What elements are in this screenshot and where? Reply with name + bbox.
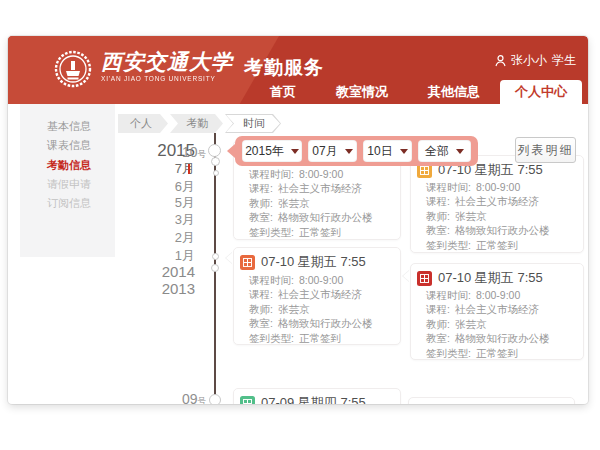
attendance-card[interactable]: 07-10 星期五 7:55 课程时间:8:00-9:00 课程:社会主义市场经…	[233, 247, 401, 345]
rail-year-2013[interactable]: 2013	[162, 281, 195, 297]
attendance-card[interactable]	[408, 397, 575, 404]
rail-month-1[interactable]: 1月	[175, 248, 195, 264]
sidebar-item-attendance-info[interactable]: 考勤信息	[20, 156, 115, 175]
sidebar-item-leave-request[interactable]: 请假申请	[20, 175, 115, 194]
field-label: 签到类型:	[249, 226, 294, 238]
timeline-dot-small	[213, 170, 219, 176]
card-pointer	[403, 270, 410, 282]
event-type-icon	[417, 271, 432, 286]
scope-select[interactable]: 全部	[418, 140, 471, 162]
sidebar-item-subscription-info[interactable]: 订阅信息	[20, 194, 115, 213]
rail-month-2[interactable]: 2月	[175, 230, 195, 246]
day-select[interactable]: 10日	[363, 140, 412, 162]
chevron-down-icon	[345, 149, 353, 154]
year-select[interactable]: 2015年	[242, 140, 302, 162]
field-value: 社会主义市场经济	[278, 182, 362, 194]
card-pointer	[226, 252, 233, 264]
app-window: 西安交通大学 XI'AN JIAO TONG UNIVERSITY 考勤服务 张…	[8, 36, 588, 404]
sidebar-item-basic-info[interactable]: 基本信息	[20, 117, 115, 136]
sidebar: 基本信息 课表信息 考勤信息 请假申请 订阅信息	[20, 104, 115, 257]
field-label: 课程时间:	[249, 168, 294, 180]
current-month-marker	[188, 164, 190, 174]
breadcrumb-timeline[interactable]: 时间轴	[225, 114, 281, 133]
filter-panel-pointer	[227, 144, 235, 158]
field-value: 8:00-9:00	[299, 168, 343, 180]
rail-year-2014[interactable]: 2014	[162, 264, 195, 280]
list-detail-button[interactable]: 列表明细	[515, 137, 576, 163]
chevron-down-icon	[291, 149, 299, 154]
timeline-dot-large	[209, 394, 221, 404]
rail-month-5[interactable]: 5月	[175, 195, 195, 211]
sidebar-item-schedule-info[interactable]: 课表信息	[20, 136, 115, 155]
chevron-down-icon	[400, 149, 408, 154]
breadcrumb-personal-center[interactable]: 个人中心	[118, 114, 168, 133]
rail-month-3[interactable]: 3月	[175, 212, 195, 228]
timeline-dot-small	[211, 264, 219, 272]
field-value: 正常签到	[299, 226, 341, 238]
card-date-title: 07-10 星期五 7:55	[438, 269, 543, 287]
field-label: 教室:	[249, 211, 273, 223]
card-date-title: 07-10 星期五 7:55	[261, 253, 366, 271]
card-date-title: 07-09 星期四 7:55	[261, 394, 366, 404]
day-marker-10: 10号	[146, 143, 206, 161]
attendance-card[interactable]: 07-10 星期五 7:55 课程时间:8:00-9:00 课程:社会主义市场经…	[410, 155, 584, 253]
timeline-dot-large	[208, 144, 221, 157]
field-value: 张芸京	[278, 197, 310, 209]
event-type-icon	[240, 396, 255, 405]
field-label: 教师:	[249, 197, 273, 209]
timeline-dot-medium	[211, 157, 220, 166]
attendance-card[interactable]: 07-09 星期四 7:55	[233, 388, 401, 404]
field-label: 课程:	[249, 182, 273, 194]
breadcrumb-attendance-info[interactable]: 考勤信息	[170, 114, 223, 133]
filter-panel: 2015年 07月 10日 全部	[235, 136, 478, 166]
attendance-card[interactable]: 07-10 星期五 7:55 课程时间:8:00-9:00 课程:社会主义市场经…	[410, 263, 584, 360]
event-type-icon	[240, 255, 255, 270]
day-marker-09: 09号	[146, 390, 206, 404]
chevron-down-icon	[456, 149, 464, 154]
field-value: 格物致知行政办公楼	[278, 211, 373, 223]
rail-month-6[interactable]: 6月	[175, 179, 195, 195]
month-select[interactable]: 07月	[308, 140, 357, 162]
rail-month-7[interactable]: 7月	[175, 161, 195, 177]
content-area: 基本信息 课表信息 考勤信息 请假申请 订阅信息 个人中心 考勤信息 时间轴 2…	[8, 36, 588, 404]
timeline-dot-small	[212, 253, 219, 260]
